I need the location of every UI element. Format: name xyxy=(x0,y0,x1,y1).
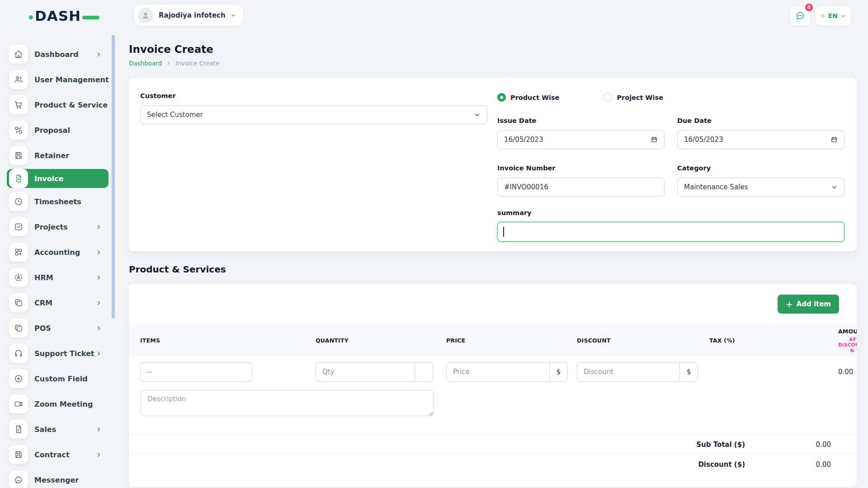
quantity-input[interactable] xyxy=(316,362,415,381)
price-input[interactable] xyxy=(447,362,549,381)
sidebar-item-custom-field[interactable]: Custom Field xyxy=(0,369,111,388)
check-square-icon xyxy=(9,217,28,236)
chevron-right-icon xyxy=(95,325,102,332)
issue-date-input[interactable]: 16/05/2023 xyxy=(497,130,665,149)
users-icon xyxy=(9,70,28,89)
user-avatar-icon xyxy=(141,11,150,20)
sidebar-item-retainer[interactable]: Retainer xyxy=(0,146,111,165)
sidebar-item-support-ticket[interactable]: Support Ticket xyxy=(0,344,111,363)
chevron-down-icon xyxy=(831,184,838,191)
discount-total-row: Discount ($) 0.00 xyxy=(129,454,857,474)
language-selector[interactable]: EN xyxy=(816,6,851,25)
sidebar-item-dashboard[interactable]: Dashboard xyxy=(0,45,111,64)
sidebar-item-product-service[interactable]: Product & Service xyxy=(0,95,111,114)
sidebar-item-hrm[interactable]: HRM xyxy=(0,268,111,287)
invoice-details-card: Customer Select Customer Product Wise Pr… xyxy=(129,78,857,251)
sidebar-item-messenger[interactable]: Messenger xyxy=(0,470,111,488)
row-amount: 0.00 xyxy=(838,368,857,376)
sidebar-item-accounting[interactable]: Accounting xyxy=(0,243,111,262)
logo-text: DASH xyxy=(35,9,81,23)
items-card: + Add item ITEMS QUANTITY PRICE DISCOUNT… xyxy=(129,284,857,487)
sidebar-item-sales[interactable]: Sales xyxy=(0,420,111,439)
col-price: PRICE xyxy=(446,337,577,344)
save-icon xyxy=(9,146,28,165)
topbar: DASH Rajodiya infotech 0 EN xyxy=(0,0,868,33)
issue-date-field: Issue Date 16/05/2023 xyxy=(497,117,665,149)
customer-select[interactable]: Select Customer xyxy=(140,105,487,124)
home-icon xyxy=(9,45,28,64)
discount-input[interactable] xyxy=(577,362,679,381)
sidebar-item-zoom-meeting[interactable]: Zoom Meeting xyxy=(0,394,111,413)
sidebar-item-crm[interactable]: CRM xyxy=(0,293,111,312)
chat-icon xyxy=(795,11,805,21)
calendar-icon[interactable] xyxy=(830,136,838,143)
customer-label: Customer xyxy=(140,92,487,99)
chevron-down-icon xyxy=(474,112,481,118)
add-item-button[interactable]: + Add item xyxy=(778,295,839,314)
breadcrumb: Dashboard Invoice Create xyxy=(129,60,857,67)
file-icon xyxy=(9,420,28,439)
grid-plus-icon xyxy=(9,243,28,262)
item-select[interactable]: -- xyxy=(140,362,252,382)
sidebar-item-contract[interactable]: Contract xyxy=(0,445,111,464)
avatar xyxy=(138,8,153,23)
text-caret xyxy=(503,227,504,237)
sidebar-item-timesheets[interactable]: Timesheets xyxy=(0,192,111,211)
messages-button[interactable]: 0 xyxy=(790,6,810,25)
subtotal-row: Sub Total ($) 0.00 xyxy=(129,434,857,454)
totals-section: Sub Total ($) 0.00 Discount ($) 0.00 xyxy=(129,434,857,474)
sidebar: Dashboard User Management Product & Serv… xyxy=(0,33,111,488)
invoice-number-input[interactable]: #INVO00016 xyxy=(497,178,665,197)
radio-selected-icon xyxy=(497,93,506,102)
col-amount: AMOUNT AFTER DISCOUNT & TAX xyxy=(838,328,857,353)
products-services-heading: Product & Services xyxy=(129,264,857,275)
sidebar-item-projects[interactable]: Projects xyxy=(0,217,111,236)
chevron-right-icon xyxy=(95,300,102,306)
chevron-down-icon xyxy=(230,12,236,19)
calendar-icon[interactable] xyxy=(651,136,658,143)
customer-column: Customer Select Customer xyxy=(140,92,487,233)
radio-unselected-icon xyxy=(604,93,612,102)
invoice-number-label: Invoice Number xyxy=(497,164,665,172)
sidebar-item-proposal[interactable]: Proposal xyxy=(0,121,111,140)
chevron-right-icon xyxy=(95,274,102,281)
col-items: ITEMS xyxy=(140,337,316,344)
discount-currency-suffix: $ xyxy=(679,362,698,381)
summary-label: summary xyxy=(497,209,844,216)
due-date-input[interactable]: 16/05/2023 xyxy=(677,130,844,149)
workspace-selector[interactable]: Rajodiya infotech xyxy=(134,5,243,26)
col-amount-subtitle: AFTER DISCOUNT & TAX xyxy=(838,337,857,353)
col-discount: DISCOUNT xyxy=(577,337,709,344)
items-table-header: ITEMS QUANTITY PRICE DISCOUNT TAX (%) AM… xyxy=(129,324,857,356)
sidebar-item-user-management[interactable]: User Management xyxy=(0,70,111,89)
sidebar-scrollbar[interactable] xyxy=(112,35,115,319)
chevron-right-icon xyxy=(95,426,102,433)
chevron-down-icon xyxy=(840,13,846,19)
cart-icon xyxy=(9,95,28,114)
discount-field: $ xyxy=(577,362,698,382)
save-icon xyxy=(9,445,28,464)
summary-input[interactable] xyxy=(497,222,844,242)
project-wise-radio[interactable]: Project Wise xyxy=(604,93,663,102)
due-date-field: Due Date 16/05/2023 xyxy=(677,117,844,149)
quantity-spinner[interactable] xyxy=(415,362,433,381)
breadcrumb-dashboard-link[interactable]: Dashboard xyxy=(129,60,162,67)
product-wise-radio[interactable]: Product Wise xyxy=(497,93,559,102)
logo-dash-accent xyxy=(82,16,99,19)
col-tax: TAX (%) xyxy=(709,337,838,344)
cards-icon xyxy=(9,293,28,312)
chevron-right-icon xyxy=(95,224,102,230)
sidebar-item-pos[interactable]: POS xyxy=(0,319,111,338)
discount-total-value: 0.00 xyxy=(745,460,831,469)
sidebar-item-invoice[interactable]: Invoice xyxy=(7,169,108,188)
chevron-right-icon xyxy=(166,61,171,66)
category-select[interactable]: Maintenance Sales xyxy=(677,178,844,197)
description-textarea[interactable] xyxy=(141,390,434,416)
col-quantity: QUANTITY xyxy=(316,337,446,344)
page-title: Invoice Create xyxy=(129,43,857,55)
clock-icon xyxy=(9,192,28,211)
headphones-icon xyxy=(9,344,28,363)
hrm-person-target-icon xyxy=(9,268,28,287)
logo-dot-accent xyxy=(29,15,33,19)
language-code: EN xyxy=(828,12,838,19)
